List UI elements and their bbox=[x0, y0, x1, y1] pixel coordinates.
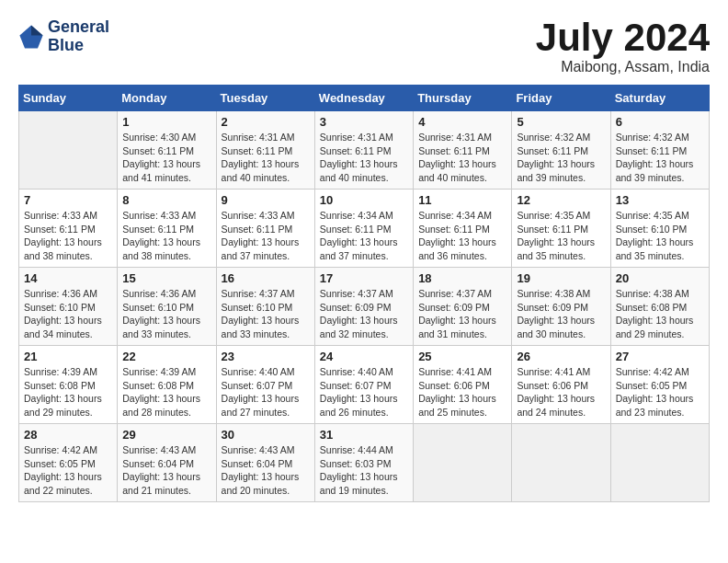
day-info: Sunrise: 4:32 AM Sunset: 6:11 PM Dayligh… bbox=[517, 131, 605, 185]
calendar-cell: 12Sunrise: 4:35 AM Sunset: 6:11 PM Dayli… bbox=[512, 190, 610, 268]
day-info: Sunrise: 4:41 AM Sunset: 6:06 PM Dayligh… bbox=[418, 365, 506, 419]
day-number: 7 bbox=[24, 193, 112, 207]
calendar-cell: 2Sunrise: 4:31 AM Sunset: 6:11 PM Daylig… bbox=[216, 111, 314, 190]
day-number: 3 bbox=[320, 115, 408, 129]
calendar-cell: 20Sunrise: 4:38 AM Sunset: 6:08 PM Dayli… bbox=[610, 268, 709, 346]
logo-text: General Blue bbox=[48, 18, 109, 55]
day-info: Sunrise: 4:37 AM Sunset: 6:09 PM Dayligh… bbox=[418, 287, 506, 341]
logo-line1: General bbox=[48, 18, 109, 37]
day-info: Sunrise: 4:31 AM Sunset: 6:11 PM Dayligh… bbox=[418, 131, 506, 185]
day-info: Sunrise: 4:44 AM Sunset: 6:03 PM Dayligh… bbox=[320, 443, 408, 498]
day-number: 29 bbox=[122, 428, 210, 442]
day-info: Sunrise: 4:38 AM Sunset: 6:09 PM Dayligh… bbox=[517, 287, 605, 341]
weekday-header-sunday: Sunday bbox=[19, 86, 118, 111]
page-header: General Blue July 2024 Maibong, Assam, I… bbox=[18, 18, 710, 75]
weekday-header-wednesday: Wednesday bbox=[314, 86, 413, 111]
calendar-cell: 1Sunrise: 4:30 AM Sunset: 6:11 PM Daylig… bbox=[118, 111, 216, 190]
svg-marker-1 bbox=[31, 25, 43, 35]
day-number: 21 bbox=[24, 350, 112, 363]
calendar-cell bbox=[19, 111, 118, 190]
day-number: 19 bbox=[517, 271, 605, 285]
day-number: 9 bbox=[222, 193, 310, 207]
weekday-row: SundayMondayTuesdayWednesdayThursdayFrid… bbox=[19, 86, 710, 111]
day-number: 27 bbox=[616, 350, 704, 363]
calendar-cell: 21Sunrise: 4:39 AM Sunset: 6:08 PM Dayli… bbox=[19, 346, 118, 424]
calendar-cell: 27Sunrise: 4:42 AM Sunset: 6:05 PM Dayli… bbox=[610, 346, 709, 424]
day-number: 28 bbox=[24, 428, 112, 442]
day-number: 5 bbox=[517, 115, 605, 129]
day-info: Sunrise: 4:33 AM Sunset: 6:11 PM Dayligh… bbox=[222, 209, 310, 263]
week-row-4: 21Sunrise: 4:39 AM Sunset: 6:08 PM Dayli… bbox=[19, 346, 710, 424]
day-info: Sunrise: 4:35 AM Sunset: 6:10 PM Dayligh… bbox=[616, 209, 704, 263]
calendar-cell: 18Sunrise: 4:37 AM Sunset: 6:09 PM Dayli… bbox=[414, 268, 512, 346]
calendar-cell: 19Sunrise: 4:38 AM Sunset: 6:09 PM Dayli… bbox=[512, 268, 610, 346]
location: Maibong, Assam, India bbox=[536, 59, 710, 75]
day-info: Sunrise: 4:39 AM Sunset: 6:08 PM Dayligh… bbox=[24, 365, 112, 419]
day-number: 15 bbox=[122, 271, 210, 285]
calendar-cell bbox=[610, 424, 709, 502]
day-number: 18 bbox=[418, 271, 506, 285]
calendar-cell: 8Sunrise: 4:33 AM Sunset: 6:11 PM Daylig… bbox=[118, 190, 216, 268]
day-number: 26 bbox=[517, 350, 605, 363]
day-number: 8 bbox=[122, 193, 210, 207]
calendar-cell: 5Sunrise: 4:32 AM Sunset: 6:11 PM Daylig… bbox=[512, 111, 610, 190]
calendar-cell: 29Sunrise: 4:43 AM Sunset: 6:04 PM Dayli… bbox=[118, 424, 216, 502]
day-info: Sunrise: 4:34 AM Sunset: 6:11 PM Dayligh… bbox=[418, 209, 506, 263]
week-row-2: 7Sunrise: 4:33 AM Sunset: 6:11 PM Daylig… bbox=[19, 190, 710, 268]
day-info: Sunrise: 4:40 AM Sunset: 6:07 PM Dayligh… bbox=[320, 365, 408, 419]
day-info: Sunrise: 4:43 AM Sunset: 6:04 PM Dayligh… bbox=[222, 443, 310, 498]
day-info: Sunrise: 4:36 AM Sunset: 6:10 PM Dayligh… bbox=[122, 287, 210, 341]
calendar-cell: 6Sunrise: 4:32 AM Sunset: 6:11 PM Daylig… bbox=[610, 111, 709, 190]
calendar-cell: 10Sunrise: 4:34 AM Sunset: 6:11 PM Dayli… bbox=[314, 190, 413, 268]
weekday-header-saturday: Saturday bbox=[610, 86, 709, 111]
day-info: Sunrise: 4:43 AM Sunset: 6:04 PM Dayligh… bbox=[122, 443, 210, 498]
day-number: 22 bbox=[122, 350, 210, 363]
day-number: 25 bbox=[418, 350, 506, 363]
day-info: Sunrise: 4:39 AM Sunset: 6:08 PM Dayligh… bbox=[122, 365, 210, 419]
day-number: 12 bbox=[517, 193, 605, 207]
calendar-cell: 15Sunrise: 4:36 AM Sunset: 6:10 PM Dayli… bbox=[118, 268, 216, 346]
day-info: Sunrise: 4:34 AM Sunset: 6:11 PM Dayligh… bbox=[320, 209, 408, 263]
day-info: Sunrise: 4:35 AM Sunset: 6:11 PM Dayligh… bbox=[517, 209, 605, 263]
weekday-header-friday: Friday bbox=[512, 86, 610, 111]
calendar-cell: 9Sunrise: 4:33 AM Sunset: 6:11 PM Daylig… bbox=[216, 190, 314, 268]
day-info: Sunrise: 4:40 AM Sunset: 6:07 PM Dayligh… bbox=[222, 365, 310, 419]
day-info: Sunrise: 4:31 AM Sunset: 6:11 PM Dayligh… bbox=[320, 131, 408, 185]
calendar-cell: 22Sunrise: 4:39 AM Sunset: 6:08 PM Dayli… bbox=[118, 346, 216, 424]
calendar-cell: 31Sunrise: 4:44 AM Sunset: 6:03 PM Dayli… bbox=[314, 424, 413, 502]
logo-icon bbox=[18, 24, 44, 50]
day-number: 16 bbox=[222, 271, 310, 285]
month-title: July 2024 bbox=[536, 18, 710, 57]
day-info: Sunrise: 4:37 AM Sunset: 6:09 PM Dayligh… bbox=[320, 287, 408, 341]
day-number: 20 bbox=[616, 271, 704, 285]
day-info: Sunrise: 4:33 AM Sunset: 6:11 PM Dayligh… bbox=[24, 209, 112, 263]
day-info: Sunrise: 4:36 AM Sunset: 6:10 PM Dayligh… bbox=[24, 287, 112, 341]
weekday-header-tuesday: Tuesday bbox=[216, 86, 314, 111]
day-info: Sunrise: 4:37 AM Sunset: 6:10 PM Dayligh… bbox=[222, 287, 310, 341]
day-number: 24 bbox=[320, 350, 408, 363]
day-number: 31 bbox=[320, 428, 408, 442]
day-info: Sunrise: 4:31 AM Sunset: 6:11 PM Dayligh… bbox=[222, 131, 310, 185]
week-row-1: 1Sunrise: 4:30 AM Sunset: 6:11 PM Daylig… bbox=[19, 111, 710, 190]
day-number: 10 bbox=[320, 193, 408, 207]
day-info: Sunrise: 4:33 AM Sunset: 6:11 PM Dayligh… bbox=[122, 209, 210, 263]
calendar-cell bbox=[512, 424, 610, 502]
calendar-cell: 13Sunrise: 4:35 AM Sunset: 6:10 PM Dayli… bbox=[610, 190, 709, 268]
calendar-cell: 25Sunrise: 4:41 AM Sunset: 6:06 PM Dayli… bbox=[414, 346, 512, 424]
weekday-header-thursday: Thursday bbox=[414, 86, 512, 111]
week-row-5: 28Sunrise: 4:42 AM Sunset: 6:05 PM Dayli… bbox=[19, 424, 710, 502]
day-number: 2 bbox=[222, 115, 310, 129]
day-number: 6 bbox=[616, 115, 704, 129]
calendar-cell: 7Sunrise: 4:33 AM Sunset: 6:11 PM Daylig… bbox=[19, 190, 118, 268]
calendar-cell: 17Sunrise: 4:37 AM Sunset: 6:09 PM Dayli… bbox=[314, 268, 413, 346]
calendar-cell bbox=[414, 424, 512, 502]
calendar-cell: 14Sunrise: 4:36 AM Sunset: 6:10 PM Dayli… bbox=[19, 268, 118, 346]
title-section: July 2024 Maibong, Assam, India bbox=[536, 18, 710, 75]
day-number: 14 bbox=[24, 271, 112, 285]
calendar-cell: 30Sunrise: 4:43 AM Sunset: 6:04 PM Dayli… bbox=[216, 424, 314, 502]
day-number: 11 bbox=[418, 193, 506, 207]
week-row-3: 14Sunrise: 4:36 AM Sunset: 6:10 PM Dayli… bbox=[19, 268, 710, 346]
calendar-header: SundayMondayTuesdayWednesdayThursdayFrid… bbox=[19, 86, 710, 111]
calendar-cell: 3Sunrise: 4:31 AM Sunset: 6:11 PM Daylig… bbox=[314, 111, 413, 190]
day-info: Sunrise: 4:30 AM Sunset: 6:11 PM Dayligh… bbox=[122, 131, 210, 185]
